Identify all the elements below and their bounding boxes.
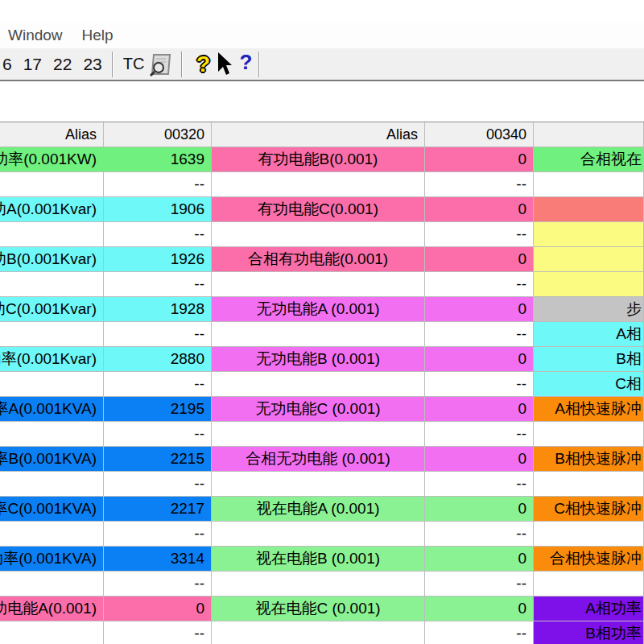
value-00340[interactable]: 0	[425, 497, 534, 522]
toolbar-button-tc[interactable]: TC	[120, 55, 148, 73]
param-label-middle[interactable]	[212, 572, 425, 597]
value-00320[interactable]: --	[104, 272, 212, 297]
param-label-left[interactable]	[0, 172, 104, 197]
value-00320[interactable]: 2217	[104, 497, 212, 522]
param-label-right[interactable]	[534, 172, 644, 197]
param-label-right[interactable]	[534, 522, 644, 547]
param-label-left[interactable]	[0, 422, 104, 447]
param-label-middle[interactable]: 视在电能C (0.001)	[212, 597, 425, 621]
value-00340[interactable]: 0	[425, 297, 534, 322]
param-label-middle[interactable]	[212, 422, 425, 447]
param-label-middle[interactable]: 无功电能A (0.001)	[212, 297, 425, 322]
value-00340[interactable]: 0	[425, 597, 534, 621]
value-00340[interactable]: 0	[425, 397, 534, 422]
param-label-middle[interactable]	[212, 272, 425, 297]
param-label-middle[interactable]: 合相无功电能 (0.001)	[212, 447, 425, 472]
toolbar-button-23[interactable]: 23	[83, 55, 101, 74]
param-label-right[interactable]: A相快速脉冲	[534, 397, 644, 422]
value-00340[interactable]: 0	[425, 547, 534, 572]
value-00320[interactable]: 1906	[104, 197, 212, 222]
value-00320[interactable]: 3314	[104, 547, 212, 572]
param-label-right[interactable]	[534, 222, 644, 247]
param-label-middle[interactable]	[212, 322, 425, 347]
param-label-left[interactable]: 率C(0.001KVA)	[0, 497, 104, 522]
param-label-right[interactable]: A相	[534, 322, 644, 347]
param-label-right[interactable]: C相快速脉冲	[534, 497, 644, 522]
param-label-right[interactable]	[534, 197, 644, 222]
value-00340[interactable]: --	[425, 621, 534, 644]
value-00320[interactable]: 2195	[104, 397, 212, 422]
param-label-right[interactable]: A相功率	[534, 597, 644, 621]
param-label-left[interactable]: 功A(0.001Kvar)	[0, 197, 104, 222]
value-00320[interactable]: --	[104, 472, 212, 497]
param-label-middle[interactable]: 视在电能A (0.001)	[212, 497, 425, 522]
param-label-middle[interactable]	[212, 372, 425, 397]
value-00340[interactable]: --	[425, 372, 534, 397]
value-00320[interactable]: 1928	[104, 297, 212, 322]
value-00320[interactable]: 0	[104, 597, 212, 621]
param-label-middle[interactable]	[212, 472, 425, 497]
menu-item-window[interactable]: Window	[8, 27, 63, 44]
value-00340[interactable]: 0	[425, 147, 534, 172]
value-00340[interactable]: --	[425, 422, 534, 447]
param-label-right[interactable]	[534, 422, 644, 447]
param-label-right[interactable]	[534, 572, 644, 597]
param-label-middle[interactable]: 无功电能C (0.001)	[212, 397, 425, 422]
param-label-left[interactable]: 功率(0.001Kvar)	[0, 347, 104, 372]
value-00340[interactable]: --	[425, 222, 534, 247]
value-00340[interactable]: --	[425, 172, 534, 197]
value-00340[interactable]: --	[425, 472, 534, 497]
param-label-right[interactable]	[534, 247, 644, 272]
param-label-middle[interactable]: 合相有功电能(0.001)	[212, 247, 425, 272]
value-00320[interactable]: 2880	[104, 347, 212, 372]
param-label-middle[interactable]	[212, 621, 425, 644]
value-00320[interactable]: --	[104, 172, 212, 197]
param-label-right[interactable]: B相功率	[534, 621, 644, 644]
value-00340[interactable]: 0	[425, 447, 534, 472]
value-00320[interactable]: --	[104, 422, 212, 447]
param-label-right[interactable]: 合相视在	[534, 147, 644, 172]
value-00340[interactable]: 0	[425, 347, 534, 372]
param-label-left[interactable]: 功电能A(0.001)	[0, 597, 104, 621]
value-00320[interactable]: 2215	[104, 447, 212, 472]
param-label-left[interactable]: 率A(0.001KVA)	[0, 397, 104, 422]
param-label-right[interactable]: B相快速脉冲	[534, 447, 644, 472]
param-label-middle[interactable]: 视在电能B (0.001)	[212, 547, 425, 572]
param-label-middle[interactable]: 有功电能C(0.001)	[212, 197, 425, 222]
param-label-left[interactable]	[0, 621, 104, 644]
context-help-icon[interactable]: ?	[217, 51, 252, 78]
param-label-left[interactable]: 率B(0.001KVA)	[0, 447, 104, 472]
param-label-right[interactable]: B相	[534, 347, 644, 372]
param-label-middle[interactable]	[212, 222, 425, 247]
param-label-left[interactable]: 功C(0.001Kvar)	[0, 297, 104, 322]
value-00340[interactable]: 0	[425, 197, 534, 222]
menu-item-help[interactable]: Help	[82, 27, 114, 44]
toolbar-button-22[interactable]: 22	[53, 55, 72, 74]
value-00340[interactable]: 0	[425, 247, 534, 272]
param-label-middle[interactable]	[212, 522, 425, 547]
value-00340[interactable]: --	[425, 572, 534, 597]
param-label-right[interactable]	[534, 472, 644, 497]
param-label-middle[interactable]: 无功电能B (0.001)	[212, 347, 425, 372]
param-label-left[interactable]	[0, 572, 104, 597]
value-00320[interactable]: --	[104, 621, 212, 644]
value-00340[interactable]: --	[425, 522, 534, 547]
param-label-right[interactable]	[534, 272, 644, 297]
param-label-left[interactable]	[0, 272, 104, 297]
help-icon[interactable]: ?	[189, 51, 217, 78]
value-00340[interactable]: --	[425, 322, 534, 347]
zoom-document-icon[interactable]	[147, 51, 175, 78]
param-label-left[interactable]: 功B(0.001Kvar)	[0, 247, 104, 272]
toolbar-button-6[interactable]: 6	[2, 55, 12, 74]
param-label-left[interactable]	[0, 472, 104, 497]
param-label-middle[interactable]	[212, 172, 425, 197]
param-label-right[interactable]: 合相快速脉冲	[534, 547, 644, 572]
value-00320[interactable]: --	[104, 522, 212, 547]
value-00320[interactable]: --	[104, 222, 212, 247]
value-00320[interactable]: --	[104, 572, 212, 597]
value-00320[interactable]: --	[104, 372, 212, 397]
value-00320[interactable]: --	[104, 322, 212, 347]
toolbar-button-17[interactable]: 17	[23, 55, 42, 74]
param-label-left[interactable]	[0, 222, 104, 247]
param-label-left[interactable]	[0, 322, 104, 347]
